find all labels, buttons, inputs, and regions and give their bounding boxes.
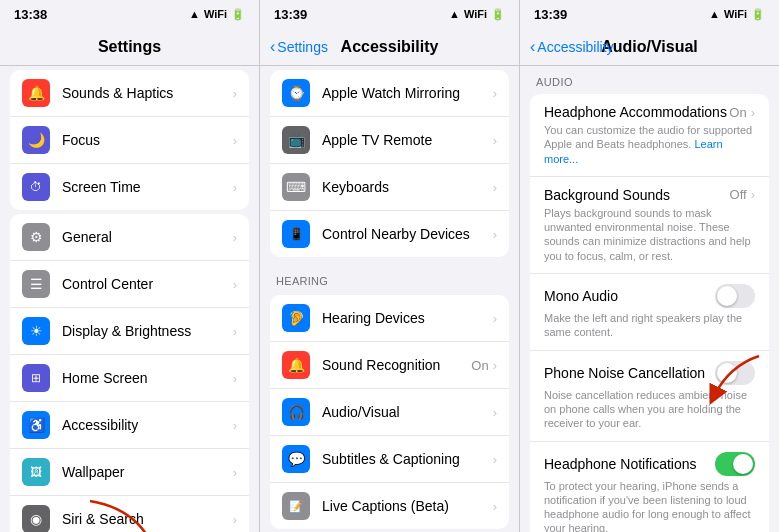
general-chevron: ›: [233, 230, 237, 245]
wallpaper-chevron: ›: [233, 465, 237, 480]
settings-list-3[interactable]: AUDIO Headphone Accommodations On › You …: [520, 66, 779, 532]
controlcenter-chevron: ›: [233, 277, 237, 292]
noise-cancel-toggle[interactable]: [715, 361, 755, 385]
audiovisual-icon: 🎧: [282, 398, 310, 426]
noise-cancel-thumb: [717, 363, 737, 383]
accessibility-icon: ♿: [22, 411, 50, 439]
item-wallpaper[interactable]: 🖼 Wallpaper ›: [10, 449, 249, 496]
accessibility-label: Accessibility: [62, 417, 233, 433]
item-controlcenter[interactable]: ☰ Control Center ›: [10, 261, 249, 308]
noise-cancel-desc: Noise cancellation reduces ambient noise…: [544, 388, 755, 431]
mono-audio-toggle[interactable]: [715, 284, 755, 308]
item-applewatch[interactable]: ⌚ Apple Watch Mirroring ›: [270, 70, 509, 117]
item-homescreen[interactable]: ⊞ Home Screen ›: [10, 355, 249, 402]
item-subtitles[interactable]: 💬 Subtitles & Captioning ›: [270, 436, 509, 483]
audio-header: AUDIO: [520, 66, 779, 92]
bg-sounds-title: Background Sounds: [544, 187, 670, 203]
applewatch-label: Apple Watch Mirroring: [322, 85, 493, 101]
mono-audio-desc: Make the left and right speakers play th…: [544, 311, 755, 340]
item-appletv[interactable]: 📺 Apple TV Remote ›: [270, 117, 509, 164]
back-button-3[interactable]: ‹ Accessibility: [530, 38, 614, 56]
item-mono-audio[interactable]: Mono Audio Make the left and right speak…: [530, 274, 769, 351]
headphone-notif-thumb: [733, 454, 753, 474]
sounds-icon: 🔔: [22, 79, 50, 107]
nav-title-1: Settings: [98, 38, 161, 56]
back-button-2[interactable]: ‹ Settings: [270, 38, 328, 56]
screentime-chevron: ›: [233, 180, 237, 195]
item-sound-recog[interactable]: 🔔 Sound Recognition On ›: [270, 342, 509, 389]
learn-more-link[interactable]: Learn more...: [544, 138, 723, 164]
item-audiovisual[interactable]: 🎧 Audio/Visual ›: [270, 389, 509, 436]
bg-sounds-desc: Plays background sounds to mask unwanted…: [544, 206, 755, 263]
accessibility-chevron: ›: [233, 418, 237, 433]
item-screentime[interactable]: ⏱ Screen Time ›: [10, 164, 249, 210]
homescreen-label: Home Screen: [62, 370, 233, 386]
headphone-notif-desc: To protect your hearing, iPhone sends a …: [544, 479, 755, 532]
keyboards-chevron: ›: [493, 180, 497, 195]
keyboards-label: Keyboards: [322, 179, 493, 195]
screentime-icon: ⏱: [22, 173, 50, 201]
hearing-header: HEARING: [260, 261, 519, 291]
status-time-3: 13:39: [534, 7, 567, 22]
wifi-icon-2: WiFi: [464, 8, 487, 20]
back-label-2: Settings: [277, 39, 328, 55]
panel-settings: 13:38 ▲ WiFi 🔋 Settings 🔔 Sounds & Hapti…: [0, 0, 260, 532]
screentime-label: Screen Time: [62, 179, 233, 195]
sound-recog-value: On: [471, 358, 488, 373]
controlcenter-icon: ☰: [22, 270, 50, 298]
item-control-nearby[interactable]: 📱 Control Nearby Devices ›: [270, 211, 509, 257]
keyboards-icon: ⌨: [282, 173, 310, 201]
controlcenter-label: Control Center: [62, 276, 233, 292]
siri-label: Siri & Search: [62, 511, 233, 527]
item-focus[interactable]: 🌙 Focus ›: [10, 117, 249, 164]
back-chevron-2: ‹: [270, 38, 275, 56]
sounds-chevron: ›: [233, 86, 237, 101]
headphone-acc-title: Headphone Accommodations: [544, 104, 727, 120]
live-captions-label: Live Captions (Beta): [322, 498, 493, 514]
status-time-1: 13:38: [14, 7, 47, 22]
applewatch-icon: ⌚: [282, 79, 310, 107]
item-keyboards[interactable]: ⌨ Keyboards ›: [270, 164, 509, 211]
signal-icon-3: ▲: [709, 8, 720, 20]
item-sounds[interactable]: 🔔 Sounds & Haptics ›: [10, 70, 249, 117]
status-icons-2: ▲ WiFi 🔋: [449, 8, 505, 21]
battery-icon-2: 🔋: [491, 8, 505, 21]
focus-label: Focus: [62, 132, 233, 148]
item-siri[interactable]: ◉ Siri & Search ›: [10, 496, 249, 532]
signal-icon-2: ▲: [449, 8, 460, 20]
homescreen-chevron: ›: [233, 371, 237, 386]
general-label: General: [62, 229, 233, 245]
item-general[interactable]: ⚙ General ›: [10, 214, 249, 261]
item-hearing-devices[interactable]: 🦻 Hearing Devices ›: [270, 295, 509, 342]
appletv-icon: 📺: [282, 126, 310, 154]
item-noise-cancel[interactable]: Phone Noise Cancellation Noise cancellat…: [530, 351, 769, 442]
mono-audio-title: Mono Audio: [544, 288, 618, 304]
group-hearing: 🦻 Hearing Devices › 🔔 Sound Recognition …: [270, 295, 509, 529]
back-label-3: Accessibility: [537, 39, 613, 55]
settings-list-1[interactable]: 🔔 Sounds & Haptics › 🌙 Focus › ⏱ Screen …: [0, 66, 259, 532]
item-bg-sounds[interactable]: Background Sounds Off › Plays background…: [530, 177, 769, 274]
item-display[interactable]: ☀ Display & Brightness ›: [10, 308, 249, 355]
status-bar-3: 13:39 ▲ WiFi 🔋: [520, 0, 779, 28]
panel-accessibility: 13:39 ▲ WiFi 🔋 ‹ Settings Accessibility …: [260, 0, 520, 532]
headphone-notif-toggle[interactable]: [715, 452, 755, 476]
sound-recog-icon: 🔔: [282, 351, 310, 379]
status-time-2: 13:39: [274, 7, 307, 22]
focus-chevron: ›: [233, 133, 237, 148]
subtitles-label: Subtitles & Captioning: [322, 451, 493, 467]
wallpaper-icon: 🖼: [22, 458, 50, 486]
item-accessibility[interactable]: ♿ Accessibility ›: [10, 402, 249, 449]
status-bar-2: 13:39 ▲ WiFi 🔋: [260, 0, 519, 28]
hearing-devices-icon: 🦻: [282, 304, 310, 332]
settings-list-2[interactable]: ⌚ Apple Watch Mirroring › 📺 Apple TV Rem…: [260, 66, 519, 532]
status-icons-3: ▲ WiFi 🔋: [709, 8, 765, 21]
item-headphone-notif[interactable]: Headphone Notifications To protect your …: [530, 442, 769, 532]
bg-sounds-chevron: ›: [751, 187, 755, 202]
panel-audiovisual: 13:39 ▲ WiFi 🔋 ‹ Accessibility Audio/Vis…: [520, 0, 779, 532]
group-top-2: ⌚ Apple Watch Mirroring › 📺 Apple TV Rem…: [270, 70, 509, 257]
headphone-acc-chevron: ›: [751, 105, 755, 120]
display-chevron: ›: [233, 324, 237, 339]
nav-bar-2: ‹ Settings Accessibility: [260, 28, 519, 66]
item-live-captions[interactable]: 📝 Live Captions (Beta) ›: [270, 483, 509, 529]
item-headphone-acc[interactable]: Headphone Accommodations On › You can cu…: [530, 94, 769, 177]
